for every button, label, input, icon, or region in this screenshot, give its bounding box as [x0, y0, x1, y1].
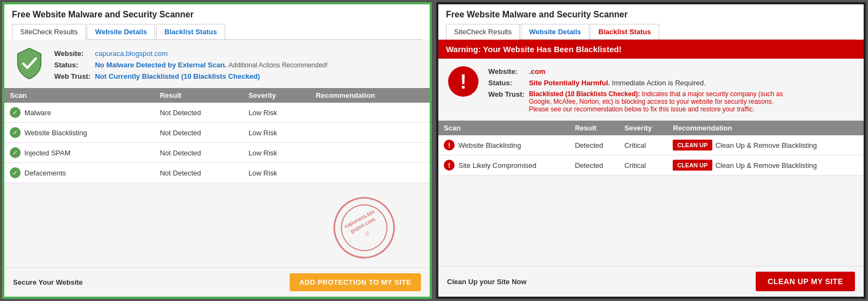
scan-severity: Low Risk [243, 143, 310, 163]
scan-severity: Low Risk [243, 123, 310, 143]
scan-recommendation [310, 163, 430, 183]
shield-icon [13, 47, 46, 80]
svg-text:©: © [365, 230, 371, 237]
footer-label-right: Clean Up your Site Now [447, 278, 527, 286]
webtrust-value-right: Blacklisted [529, 90, 563, 98]
scan-result: Not Detected [155, 163, 243, 183]
webtrust-value: Not Currently Blacklisted [95, 72, 179, 80]
col-scan-right: Scan [438, 121, 570, 135]
tab-blacklist-left[interactable]: Blacklist Status [156, 24, 225, 39]
scan-severity-right: Critical [619, 135, 667, 155]
left-title: Free Website Malware and Security Scanne… [12, 10, 422, 20]
webtrust-label: Web Trust: [54, 71, 94, 81]
add-protection-button[interactable]: ADD PROTECTION TO MY SITE [290, 273, 421, 291]
svg-text:capuraca.blo: capuraca.blo [343, 209, 376, 230]
check-icon: ✓ [10, 127, 21, 138]
left-header: Free Website Malware and Security Scanne… [4, 4, 430, 40]
watermark: capuraca.blo gspot.com © [320, 184, 409, 273]
left-scan-table: Scan Result Severity Recommendation ✓Mal… [4, 88, 430, 183]
right-scan-table: Scan Result Severity Recommendation !Web… [438, 121, 864, 175]
website-label: Website: [54, 48, 94, 59]
recommendation-text-2: Clean Up & Remove Blacklisting [716, 161, 817, 170]
footer-label-left: Secure Your Website [13, 278, 83, 286]
right-footer: Clean Up your Site Now CLEAN UP MY SITE [438, 266, 864, 297]
scan-result: Not Detected [155, 103, 243, 123]
table-row: ✓Defacements Not Detected Low Risk [4, 163, 430, 183]
col-severity-right: Severity [619, 121, 667, 135]
scan-result: Not Detected [155, 123, 243, 143]
scan-name: Malware [24, 109, 51, 117]
status-label-right: Status: [488, 78, 528, 88]
scan-result-right: Detected [570, 135, 619, 155]
tab-blacklist-right[interactable]: Blacklist Status [590, 24, 659, 39]
scan-recommendation [310, 143, 430, 163]
left-body: Website: capuraca.blogspot.com Status: N… [4, 40, 430, 297]
col-recommendation-right: Recommendation [667, 121, 864, 135]
left-panel: Free Website Malware and Security Scanne… [2, 2, 432, 299]
alert-dot-icon-2: ! [444, 160, 455, 171]
scan-name-right: Website Blacklisting [458, 141, 521, 149]
scan-result: Not Detected [155, 143, 243, 163]
scan-recommendation [310, 123, 430, 143]
svg-point-1 [333, 197, 395, 259]
status-extra: Additional Actions Recommended! [228, 61, 328, 69]
alert-dot-icon: ! [444, 140, 455, 150]
col-result-right: Result [570, 121, 619, 135]
status-value-right: Site Potentially Harmful. [529, 79, 610, 87]
check-icon: ✓ [10, 167, 21, 178]
right-info-table: Website: .com Status: Site Potentially H… [487, 65, 790, 115]
warning-banner: Warning: Your Website Has Been Blacklist… [438, 40, 864, 59]
webtrust-extra: (10 Blacklists Checked) [181, 72, 260, 80]
website-value-right: .com [529, 67, 545, 76]
tab-sitecheck-left[interactable]: SiteCheck Results [12, 24, 86, 40]
status-extra-right: Immediate Action is Required. [612, 79, 706, 87]
cleanup-button-1[interactable]: CLEAN UP [673, 140, 712, 150]
svg-text:!: ! [460, 71, 467, 93]
tab-website-details-left[interactable]: Website Details [87, 24, 155, 39]
status-label: Status: [54, 60, 94, 70]
webtrust-label-right: Web Trust: [488, 89, 528, 114]
svg-text:gspot.com: gspot.com [349, 216, 376, 234]
svg-point-0 [324, 187, 405, 268]
webtrust-extra-right: (10 Blacklists Checked): [565, 90, 640, 98]
scan-recommendation [310, 103, 430, 123]
table-row: ✓Website Blacklisting Not Detected Low R… [4, 123, 430, 143]
table-row: !Website Blacklisting Detected Critical … [438, 135, 864, 155]
scan-name: Defacements [24, 169, 66, 177]
website-link[interactable]: capuraca.blogspot.com [95, 49, 168, 58]
left-info-section: Website: capuraca.blogspot.com Status: N… [4, 40, 430, 88]
right-title: Free Website Malware and Security Scanne… [446, 10, 856, 20]
left-tabs: SiteCheck Results Website Details Blackl… [12, 24, 422, 40]
left-info-table: Website: capuraca.blogspot.com Status: N… [53, 47, 332, 83]
table-row: ✓Malware Not Detected Low Risk [4, 103, 430, 123]
website-label-right: Website: [488, 66, 528, 77]
cleanup-my-site-button[interactable]: CLEAN UP MY SITE [756, 272, 855, 291]
scan-severity: Low Risk [243, 103, 310, 123]
right-info-section: ! Website: .com Status: Site Potentially… [438, 59, 864, 121]
right-body: Warning: Your Website Has Been Blacklist… [438, 40, 864, 297]
col-result-left: Result [155, 88, 243, 103]
scan-severity: Low Risk [243, 163, 310, 183]
scan-result-right-2: Detected [570, 155, 619, 175]
scan-severity-right-2: Critical [619, 155, 667, 175]
col-severity-left: Severity [243, 88, 310, 103]
right-panel: Free Website Malware and Security Scanne… [436, 2, 866, 299]
alert-icon: ! [447, 65, 480, 98]
scan-name-right-2: Site Likely Compromised [458, 161, 537, 170]
tab-sitecheck-right[interactable]: SiteCheck Results [446, 24, 520, 40]
cleanup-button-2[interactable]: CLEAN UP [673, 160, 712, 171]
table-row: ✓Injected SPAM Not Detected Low Risk [4, 143, 430, 163]
table-row: !Site Likely Compromised Detected Critic… [438, 155, 864, 175]
scan-name: Injected SPAM [24, 149, 71, 157]
scan-name: Website Blacklisting [24, 129, 87, 137]
right-header: Free Website Malware and Security Scanne… [438, 4, 864, 40]
col-scan-left: Scan [4, 88, 155, 103]
col-recommendation-left: Recommendation [310, 88, 430, 103]
tab-website-details-right[interactable]: Website Details [521, 24, 589, 39]
check-icon: ✓ [10, 107, 21, 118]
status-value: No Malware Detected by External Scan. [95, 61, 227, 69]
check-icon: ✓ [10, 147, 21, 158]
recommendation-text-1: Clean Up & Remove Blacklisting [716, 141, 817, 149]
right-tabs: SiteCheck Results Website Details Blackl… [446, 24, 856, 40]
left-footer: Secure Your Website ADD PROTECTION TO MY… [4, 267, 430, 297]
